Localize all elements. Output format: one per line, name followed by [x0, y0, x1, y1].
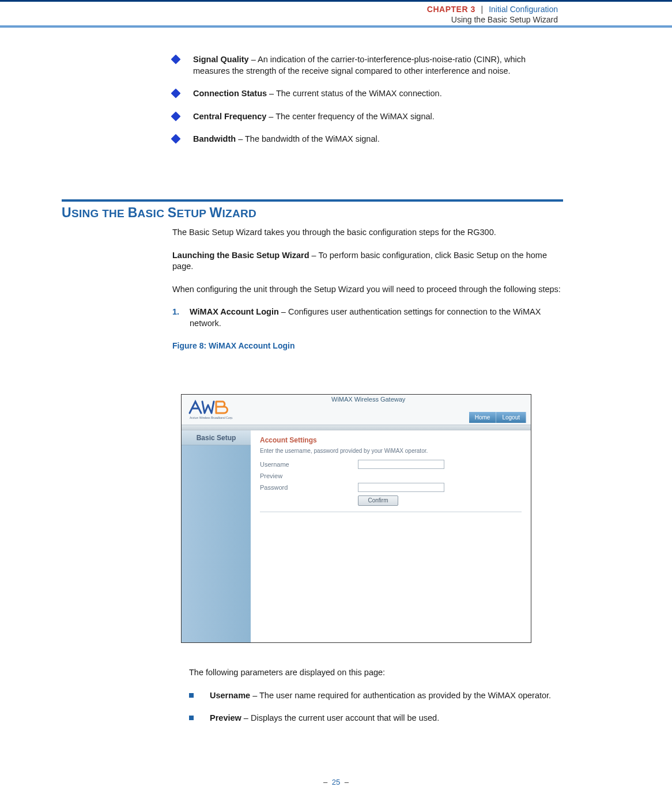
param-term: Username — [210, 691, 250, 700]
section-title: USING THE BASIC SETUP WIZARD — [62, 205, 256, 221]
intro-paragraph: The Basic Setup Wizard takes you through… — [172, 227, 562, 239]
panel-heading: Account Settings — [260, 436, 522, 444]
diamond-icon — [171, 55, 181, 65]
footer-dash: – — [345, 778, 349, 786]
step-number: 1. — [172, 306, 179, 318]
bullet-item: Signal Quality – An indication of the ca… — [172, 54, 562, 77]
bullet-desc: – The current status of the WiMAX connec… — [267, 89, 442, 98]
breadcrumb-bar — [182, 425, 531, 430]
diamond-icon — [171, 89, 181, 99]
bullet-item: Bandwidth – The bandwidth of the WiMAX s… — [172, 134, 562, 145]
param-item: Username – The user name required for au… — [189, 690, 562, 702]
page-number: 25 — [330, 778, 342, 786]
embedded-screenshot: Accton Wireless Broadband Corp. WiMAX Wi… — [181, 394, 531, 643]
svg-text:Accton Wireless Broadband Corp: Accton Wireless Broadband Corp. — [190, 416, 233, 419]
bullet-term: Bandwidth — [193, 134, 236, 143]
bullet-term: Central Frequency — [193, 112, 266, 121]
logout-button[interactable]: Logout — [496, 412, 526, 423]
page-footer: – 25 – — [0, 778, 672, 786]
after-figure-body: The following parameters are displayed o… — [189, 667, 562, 736]
bullet-item: Connection Status – The current status o… — [172, 88, 562, 100]
awb-logo-icon: Accton Wireless Broadband Corp. — [187, 398, 239, 421]
page-header: CHAPTER 3 | Initial Configuration Using … — [427, 5, 558, 25]
password-label: Password — [260, 484, 358, 491]
panel-divider — [260, 512, 522, 512]
section-body: The Basic Setup Wizard takes you through… — [172, 227, 562, 355]
password-input[interactable] — [358, 483, 444, 492]
chapter-label: CHAPTER 3 — [427, 5, 475, 14]
step-term: WiMAX Account Login — [190, 307, 279, 316]
param-desc: – The user name required for authenticat… — [250, 691, 551, 700]
header-subtitle: Using the Basic Setup Wizard — [427, 15, 558, 25]
username-input[interactable] — [358, 460, 444, 469]
confirm-button[interactable]: Confirm — [358, 495, 398, 506]
launch-term: Launching the Basic Setup Wizard — [172, 251, 309, 260]
gateway-title: WiMAX Wireless Gateway — [331, 396, 405, 403]
param-item: Preview – Displays the current user acco… — [189, 713, 562, 724]
header-title: Initial Configuration — [489, 5, 558, 14]
bullet-desc: – The bandwidth of the WiMAX signal. — [236, 134, 380, 143]
bullet-item: Central Frequency – The center frequency… — [172, 111, 562, 123]
preview-label: Preview — [260, 472, 358, 479]
param-desc: – Displays the current user account that… — [241, 713, 439, 722]
diamond-icon — [171, 111, 181, 121]
sidebar-item-basic-setup[interactable]: Basic Setup — [182, 430, 251, 445]
sidebar: Basic Setup — [182, 430, 251, 642]
header-rule-dark — [0, 0, 672, 2]
panel-help-text: Enter the username, password provided by… — [260, 448, 522, 454]
step-item-1: 1. WiMAX Account Login – Configures user… — [172, 306, 562, 329]
figure-caption: Figure 8: WiMAX Account Login — [172, 340, 562, 351]
username-label: Username — [260, 461, 358, 468]
bullet-term: Connection Status — [193, 89, 267, 98]
footer-dash: – — [323, 778, 327, 786]
home-button[interactable]: Home — [469, 412, 497, 423]
diamond-icon — [171, 134, 181, 144]
top-bullet-list: Signal Quality – An indication of the ca… — [172, 54, 562, 157]
after-fig-intro: The following parameters are displayed o… — [189, 667, 562, 679]
section-rule — [62, 199, 563, 202]
square-icon — [189, 716, 194, 720]
bullet-term: Signal Quality — [193, 55, 249, 64]
main-panel: Account Settings Enter the username, pas… — [251, 430, 531, 642]
param-term: Preview — [210, 713, 241, 722]
header-rule-light — [0, 25, 672, 28]
square-icon — [189, 693, 194, 698]
bullet-desc: – The center frequency of the WiMAX sign… — [266, 112, 435, 121]
header-separator: | — [478, 5, 487, 14]
steps-intro: When configuring the unit through the Se… — [172, 284, 562, 296]
top-nav-buttons: Home Logout — [469, 412, 526, 423]
